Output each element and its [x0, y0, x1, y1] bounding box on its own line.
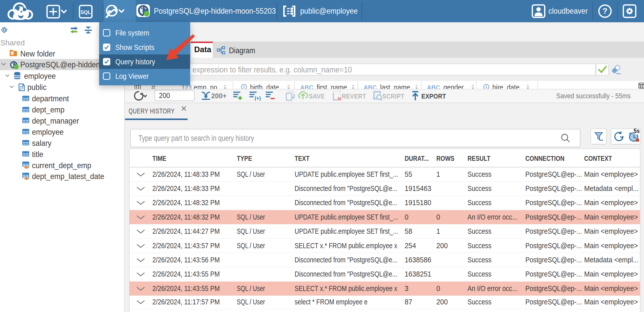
- svg-text:(+): (+): [255, 95, 261, 101]
- svg-text:?: ?: [602, 6, 607, 15]
- svg-text:SQL: SQL: [80, 9, 91, 15]
